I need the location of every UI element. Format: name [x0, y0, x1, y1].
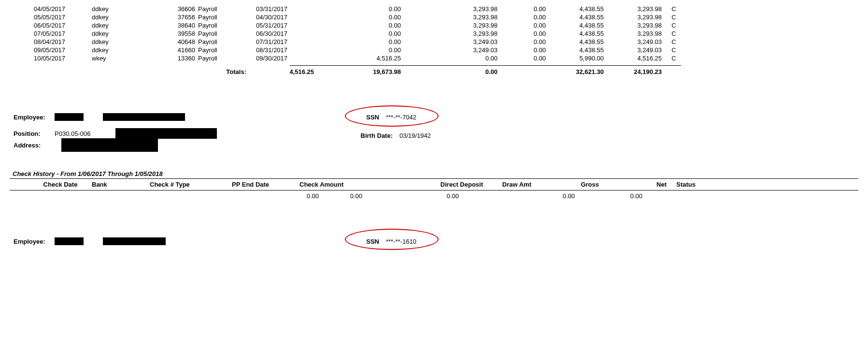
totals-label: Totals: [34, 67, 266, 77]
amount-2: 0.00 [353, 5, 401, 13]
redacted-box [61, 138, 158, 152]
hdr-check-date: Check Date [29, 181, 92, 188]
totals-direct-deposit: 0.00 [401, 67, 498, 77]
transaction-list: 04/05/2017 ddkey 36606 Payroll 03/31/201… [10, 5, 858, 62]
zero-d: 0.00 [507, 192, 575, 200]
employee-block-1: Employee: Position: P030.05-006 Address:… [10, 111, 858, 151]
redacted-box [103, 237, 166, 245]
birthdate-value: 03/19/1942 [399, 132, 431, 139]
check-history-title: Check History - From 1/06/2017 Through 1… [10, 170, 858, 177]
employee-label: Employee: [14, 114, 55, 121]
hdr-status: Status [667, 181, 696, 188]
ssn-label: SSN [355, 238, 386, 245]
table-row: 08/04/2017 ddkey 40648 Payroll 07/31/201… [10, 38, 858, 46]
type: Payroll [198, 5, 256, 13]
direct-deposit: 3,293.98 [401, 5, 498, 13]
table-row: 04/05/2017 ddkey 36606 Payroll 03/31/201… [10, 5, 858, 13]
zero-row: 0.00 0.00 0.00 0.00 0.00 [10, 190, 858, 202]
gross: 4,438.55 [546, 5, 604, 13]
redacted-box [103, 113, 185, 121]
redacted-box [55, 237, 84, 245]
zero-b: 0.00 [319, 192, 362, 200]
totals-row: Totals: 4,516.25 19,673.98 0.00 32,621.3… [10, 67, 858, 77]
position-label: Position: [14, 130, 55, 137]
table-row: 05/05/2017 ddkey 37656 Payroll 04/30/201… [10, 13, 858, 21]
draw-amt: 0.00 [498, 5, 546, 13]
totals-rule [290, 65, 681, 66]
column-header-row: Check Date Bank Check # Type PP End Date… [10, 179, 858, 190]
amount-1 [314, 5, 353, 13]
birthdate-label: Birth Date: [355, 132, 399, 139]
table-row: 10/05/2017 wkey 13360 Payroll 09/30/2017… [10, 54, 858, 62]
zero-c: 0.00 [362, 192, 459, 200]
ssn-label: SSN [355, 114, 386, 121]
position-value: P030.05-006 [55, 130, 108, 137]
net: 3,293.98 [604, 5, 662, 13]
status: C [662, 5, 681, 13]
totals-col-b: 19,673.98 [353, 67, 401, 77]
table-row: 07/05/2017 ddkey 39558 Payroll 06/30/201… [10, 29, 858, 38]
check-date: 04/05/2017 [34, 5, 92, 13]
hdr-direct-dep: Direct Deposit [386, 181, 483, 188]
totals-draw [498, 67, 546, 77]
totals-net: 24,190.23 [604, 67, 662, 77]
hdr-check-amt: Check Amount [299, 181, 386, 188]
employee-block-2: Employee: SSN ***-**-1610 [10, 235, 858, 247]
hdr-net: Net [599, 181, 667, 188]
hdr-check-type: Check # Type [150, 181, 232, 188]
hdr-pp-end: PP End Date [232, 181, 299, 188]
totals-gross: 32,621.30 [546, 67, 604, 77]
bank: ddkey [92, 5, 159, 13]
totals-check-amount: 4,516.25 [266, 67, 314, 77]
hdr-gross: Gross [531, 181, 599, 188]
pp-end-date: 03/31/2017 [256, 5, 314, 13]
zero-e: 0.00 [575, 192, 642, 200]
redacted-box [115, 128, 217, 139]
table-row: 06/05/2017 ddkey 38640 Payroll 05/31/201… [10, 21, 858, 29]
ssn-value: ***-**-7042 [386, 114, 416, 121]
hdr-draw-amt: Draw Amt [483, 181, 531, 188]
ssn-value: ***-**-1610 [386, 238, 416, 245]
employee-label: Employee: [14, 238, 55, 245]
zero-a: 0.00 [275, 192, 319, 200]
table-row: 09/05/2017 ddkey 41660 Payroll 08/31/201… [10, 46, 858, 54]
address-label: Address: [14, 142, 55, 149]
redacted-box [55, 113, 84, 121]
hdr-bank: Bank [92, 181, 150, 188]
check-number: 36606 [159, 5, 198, 13]
